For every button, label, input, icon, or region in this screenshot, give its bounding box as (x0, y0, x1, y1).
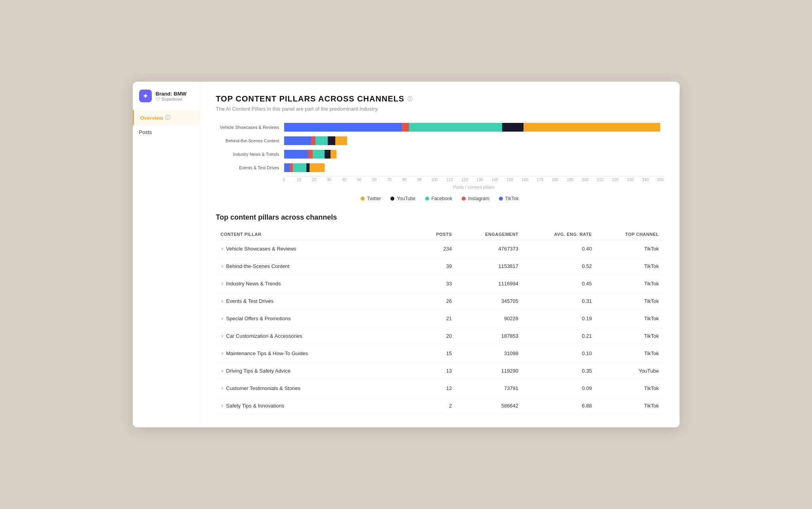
pillar-cell: ∨Customer Testimonials & Stories (216, 380, 418, 397)
pillar-name-text: Vehicle Showcases & Reviews (226, 246, 296, 252)
chart-row: Behind-the-Scenes Content (216, 136, 664, 145)
bar-segment (325, 150, 331, 159)
posts-cell: 26 (417, 293, 457, 310)
engagement-cell: 586642 (457, 397, 523, 415)
engagement-cell: 119290 (457, 362, 523, 380)
legend-dot (462, 197, 466, 201)
legend-item: Instagram (462, 196, 489, 201)
top-channel-cell: TikTok (597, 310, 664, 327)
legend-item: Facebook (425, 196, 453, 201)
chevron-down-icon[interactable]: ∨ (221, 246, 224, 251)
table-row: ∨Vehicle Showcases & Reviews23447673730.… (216, 240, 664, 258)
app-window: ✦ Brand: BMW 🛡 Superbowl Overview ⓘ Post… (133, 82, 680, 427)
bar-segment (310, 163, 325, 172)
table-section: Top content pillars across channels CONT… (216, 213, 664, 415)
x-tick: 70 (387, 178, 392, 182)
bar-group (284, 163, 325, 172)
shield-icon: 🛡 (156, 97, 160, 101)
avg-eng-rate-cell: 0.19 (523, 310, 597, 327)
top-channel-cell: TikTok (597, 240, 664, 258)
pillar-cell: ∨Vehicle Showcases & Reviews (216, 240, 418, 258)
engagement-cell: 31098 (457, 345, 523, 362)
table-col-header: POSTS (417, 229, 457, 240)
chevron-down-icon[interactable]: ∨ (221, 351, 224, 356)
chart-container: Vehicle Showcases & ReviewsBehind-the-Sc… (216, 123, 664, 201)
bar-segment (313, 150, 325, 159)
pillar-cell: ∨Events & Test Drives (216, 293, 418, 310)
table-row: ∨Maintenance Tips & How-To Guides1531098… (216, 345, 664, 362)
pillar-cell: ∨Industry News & Trends (216, 275, 418, 293)
table-body: ∨Vehicle Showcases & Reviews23447673730.… (216, 240, 664, 415)
posts-cell: 12 (417, 380, 457, 397)
x-tick: 160 (522, 178, 528, 182)
engagement-cell: 187853 (457, 327, 523, 345)
brand-name: Brand: BMW (156, 91, 187, 97)
chevron-down-icon[interactable]: ∨ (221, 299, 224, 304)
x-tick: 20 (312, 178, 316, 182)
main-content: TOP CONTENT PILLARS ACROSS CHANNELS ⓘ Th… (200, 82, 680, 427)
legend-item: Twitter (361, 196, 381, 201)
top-channel-cell: TikTok (597, 380, 664, 397)
engagement-cell: 345705 (457, 293, 523, 310)
chart-row-label: Behind-the-Scenes Content (216, 138, 279, 143)
bar-segment (409, 123, 502, 132)
x-tick: 170 (537, 178, 543, 182)
bar-segment (335, 136, 347, 145)
avg-eng-rate-cell: 0.31 (523, 293, 597, 310)
legend-label: Facebook (432, 196, 453, 201)
avg-eng-rate-cell: 0.35 (523, 362, 597, 380)
table-row: ∨Industry News & Trends3311169940.45TikT… (216, 275, 664, 293)
x-tick: 150 (506, 178, 513, 182)
sidebar: ✦ Brand: BMW 🛡 Superbowl Overview ⓘ Post… (133, 82, 200, 427)
chart-legend: TwitterYouTubeFacebookInstagramTikTok (216, 196, 664, 201)
top-channel-cell: TikTok (597, 397, 664, 415)
chevron-down-icon[interactable]: ∨ (221, 333, 224, 339)
pillar-name-text: Car Customization & Accessories (226, 333, 302, 339)
brand-icon: ✦ (139, 90, 152, 102)
x-tick: 100 (431, 178, 438, 182)
brand-sub: 🛡 Superbowl (156, 97, 187, 101)
avg-eng-rate-cell: 0.52 (523, 258, 597, 275)
bar-segment (290, 163, 293, 172)
posts-cell: 20 (417, 327, 457, 345)
x-axis: 0102030405060708090100110120130140150160… (284, 176, 664, 190)
chart-row: Vehicle Showcases & Reviews (216, 123, 664, 132)
table-col-header: CONTENT PILLAR (216, 229, 418, 240)
pillar-cell: ∨Maintenance Tips & How-To Guides (216, 345, 418, 362)
chart-row-label: Events & Test Drives (216, 165, 279, 170)
chevron-down-icon[interactable]: ∨ (221, 264, 224, 269)
table-header: CONTENT PILLARPOSTSENGAGEMENTAVG. ENG. R… (216, 229, 664, 240)
engagement-cell: 4767373 (457, 240, 523, 258)
bar-segment (284, 136, 311, 145)
brand-info: Brand: BMW 🛡 Superbowl (156, 91, 187, 101)
bar-segment (306, 163, 310, 172)
sidebar-item-overview[interactable]: Overview ⓘ (133, 110, 200, 125)
avg-eng-rate-cell: 0.45 (523, 275, 597, 293)
legend-dot (390, 197, 394, 201)
chart-row: Industry News & Trends (216, 150, 664, 159)
x-tick: 230 (627, 178, 634, 182)
x-tick: 40 (342, 178, 346, 182)
sidebar-item-posts[interactable]: Posts (133, 125, 200, 139)
bar-group (284, 136, 348, 145)
pillar-name-text: Events & Test Drives (226, 298, 274, 304)
chevron-down-icon[interactable]: ∨ (221, 386, 224, 391)
bar-segment (284, 150, 308, 159)
x-tick: 180 (552, 178, 558, 182)
chevron-down-icon[interactable]: ∨ (221, 316, 224, 321)
chevron-down-icon[interactable]: ∨ (221, 403, 224, 408)
x-tick: 220 (612, 178, 619, 182)
x-tick: 210 (597, 178, 604, 182)
chevron-down-icon[interactable]: ∨ (221, 368, 224, 373)
x-tick: 10 (297, 178, 301, 182)
x-tick: 250 (657, 178, 664, 182)
chart-row-label: Industry News & Trends (216, 152, 279, 157)
pillar-name-text: Maintenance Tips & How-To Guides (226, 350, 308, 356)
x-tick: 0 (283, 178, 285, 182)
x-tick: 240 (642, 178, 649, 182)
pillar-name-text: Customer Testimonials & Stories (226, 385, 301, 391)
chevron-down-icon[interactable]: ∨ (221, 281, 224, 286)
x-tick: 200 (582, 178, 588, 182)
x-tick: 140 (491, 178, 498, 182)
engagement-cell: 1153817 (457, 258, 523, 275)
